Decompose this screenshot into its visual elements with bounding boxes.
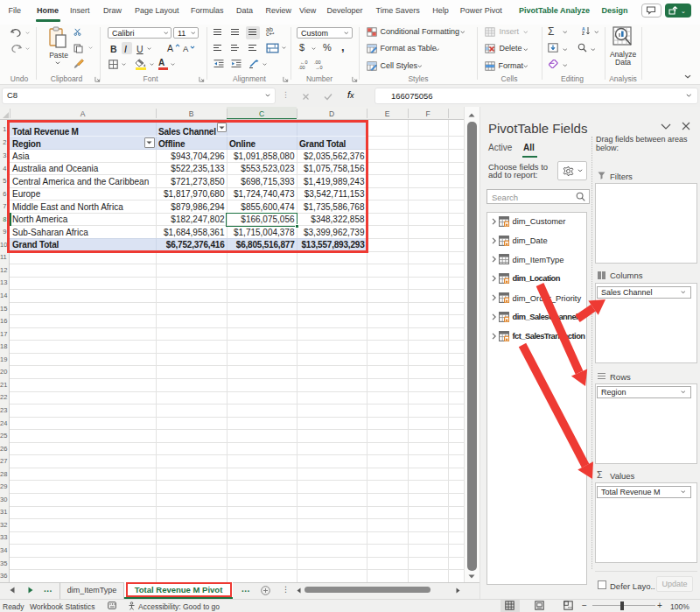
svg-text:.00: .00 (298, 65, 305, 70)
svg-text:→0: →0 (315, 65, 323, 70)
svg-text:Z: Z (582, 31, 584, 36)
